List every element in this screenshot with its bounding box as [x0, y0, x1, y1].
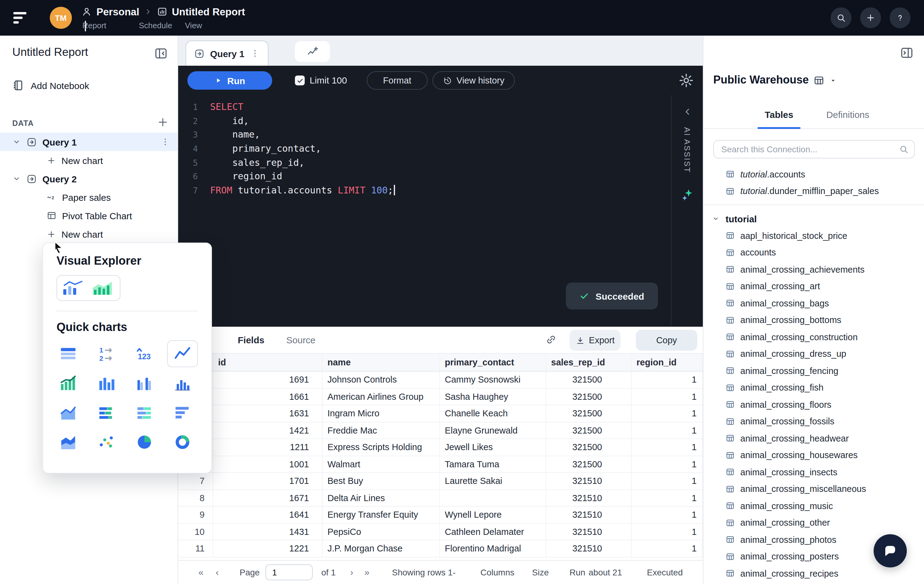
view-history-button[interactable]: View history: [432, 71, 515, 90]
share-link-icon[interactable]: [546, 334, 557, 345]
table-list-item[interactable]: animal_crossing_construction: [703, 329, 924, 345]
table-list-item[interactable]: animal_crossing_housewares: [703, 447, 924, 464]
menu-schedule[interactable]: Schedule: [139, 21, 172, 30]
chevron-down-icon[interactable]: [12, 138, 21, 146]
size-button[interactable]: Size: [532, 568, 549, 577]
table-row[interactable]: 111221J.P. Morgan ChaseFlorentino Madrig…: [178, 540, 703, 557]
breadcrumb-title[interactable]: Untitled Report: [172, 6, 245, 18]
tab-tables[interactable]: Tables: [757, 109, 800, 120]
tab-definitions[interactable]: Definitions: [814, 109, 882, 120]
first-page-button[interactable]: «: [198, 567, 204, 577]
quick-chart-area[interactable]: [53, 399, 84, 426]
tree-item[interactable]: 2Paper sales: [0, 188, 178, 206]
editor-settings-gear-icon[interactable]: [678, 72, 694, 89]
table-list-item[interactable]: accounts: [703, 244, 924, 261]
chat-widget-button[interactable]: [874, 534, 907, 568]
column-header-name[interactable]: name: [323, 354, 440, 371]
table-row[interactable]: 51211Express Scripts HoldingJewell Likes…: [178, 439, 703, 456]
table-list-item[interactable]: animal_crossing_music: [703, 497, 924, 514]
tab-fields[interactable]: Fields: [238, 335, 264, 345]
table-row[interactable]: 91641Energy Transfer EquityWynell Lepore…: [178, 507, 703, 523]
quick-chart-pie[interactable]: [129, 429, 160, 456]
search-button[interactable]: [831, 7, 851, 28]
run-button[interactable]: Run: [187, 71, 272, 90]
menu-view[interactable]: View: [185, 21, 202, 30]
next-page-button[interactable]: ›: [350, 567, 353, 577]
create-button[interactable]: [860, 7, 881, 28]
quick-chart-scatter[interactable]: [91, 429, 122, 456]
schema-group-tutorial[interactable]: tutorial: [703, 210, 924, 227]
column-header-id[interactable]: id: [213, 354, 323, 371]
tree-item[interactable]: Query 2: [0, 169, 178, 188]
table-row[interactable]: 11691Johnson ControlsCammy Sosnowski3215…: [178, 372, 703, 388]
visual-explorer-button[interactable]: [56, 275, 120, 301]
table-row[interactable]: 31631Ingram MicroChanelle Keach3215001: [178, 405, 703, 422]
tree-item[interactable]: Pivot Table Chart: [0, 206, 178, 225]
tab-source[interactable]: Source: [286, 335, 315, 345]
prev-page-button[interactable]: ‹: [216, 567, 219, 577]
quick-chart-stackedarea[interactable]: [53, 429, 84, 456]
table-row[interactable]: 81671Delta Air Lines3215101: [178, 490, 703, 507]
pinned-table-item[interactable]: tutorial.accounts: [703, 166, 924, 183]
limit-checkbox[interactable]: [295, 76, 305, 86]
table-row[interactable]: 71701Best BuyLaurette Sakai3215101: [178, 473, 703, 490]
table-list-item[interactable]: animal_crossing_bags: [703, 295, 924, 312]
table-list-item[interactable]: animal_crossing_fish: [703, 379, 924, 396]
table-row[interactable]: 101431PepsiCoCathleen Delamater3215101: [178, 523, 703, 540]
format-button[interactable]: Format: [367, 71, 427, 90]
table-list-item[interactable]: animal_crossing_miscellaneous: [703, 480, 924, 497]
tab-kebab-icon[interactable]: [250, 49, 260, 58]
table-row[interactable]: 61001WalmartTamara Tuma3215001: [178, 456, 703, 473]
tree-item[interactable]: Query 1: [0, 133, 178, 151]
pinned-table-item[interactable]: tutorial.dunder_mifflin_paper_sales: [703, 183, 924, 199]
table-list-item[interactable]: animal_crossing_bottoms: [703, 312, 924, 329]
tab-query-1[interactable]: Query 1: [186, 41, 269, 66]
quick-chart-stackedbar2[interactable]: [129, 399, 160, 426]
last-page-button[interactable]: »: [364, 567, 370, 577]
column-header-region_id[interactable]: region_id: [632, 354, 703, 371]
add-notebook-button[interactable]: Add Notebook: [12, 79, 89, 92]
quick-chart-line[interactable]: [167, 340, 198, 367]
table-list-item[interactable]: animal_crossing_other: [703, 514, 924, 531]
column-header-sales_rep_id[interactable]: sales_rep_id: [546, 354, 632, 371]
quick-chart-column[interactable]: [91, 370, 122, 397]
quick-chart-histogram[interactable]: [167, 370, 198, 397]
quick-chart-donut[interactable]: [167, 429, 198, 456]
table-list-item[interactable]: animal_crossing_art: [703, 278, 924, 295]
table-row[interactable]: 21661American Airlines GroupSasha Haughe…: [178, 388, 703, 405]
kebab-menu-icon[interactable]: [160, 137, 170, 147]
quick-chart-table[interactable]: [53, 340, 84, 367]
collapse-panel-icon[interactable]: [900, 46, 914, 59]
column-header-primary_contact[interactable]: primary_contact: [440, 354, 546, 371]
table-list-item[interactable]: animal_crossing_dress_up: [703, 345, 924, 362]
table-row[interactable]: 41421Freddie MacElayne Grunewald3215001: [178, 422, 703, 439]
chevron-down-icon[interactable]: [12, 174, 21, 183]
table-list-item[interactable]: animal_crossing_fencing: [703, 362, 924, 379]
quick-chart-pivot[interactable]: 12: [91, 340, 122, 367]
table-list-item[interactable]: aapl_historical_stock_price: [703, 227, 924, 244]
new-chart-tab-button[interactable]: [295, 41, 330, 62]
quick-chart-bar[interactable]: [167, 399, 198, 426]
table-list-item[interactable]: animal_crossing_headwear: [703, 430, 924, 447]
collapse-sidebar-icon[interactable]: [154, 47, 168, 60]
table-list-item[interactable]: animal_crossing_insects: [703, 464, 924, 480]
table-list-item[interactable]: animal_crossing_achievements: [703, 261, 924, 278]
columns-button[interactable]: Columns: [480, 568, 515, 577]
help-button[interactable]: [889, 7, 911, 28]
export-button[interactable]: Export: [569, 330, 620, 350]
quick-chart-stackedbar[interactable]: [91, 399, 122, 426]
breadcrumb-workspace[interactable]: Personal: [96, 6, 139, 18]
page-input[interactable]: [266, 564, 313, 580]
ai-sparkle-icon[interactable]: [680, 188, 694, 201]
table-list-item[interactable]: animal_crossing_fossils: [703, 413, 924, 430]
add-data-button[interactable]: [157, 116, 169, 128]
quick-chart-grouped[interactable]: [129, 370, 160, 397]
connection-selector[interactable]: Public Warehouse: [713, 74, 837, 87]
quick-chart-combo[interactable]: [53, 370, 84, 397]
tree-item[interactable]: New chart: [0, 151, 178, 169]
chevron-left-icon[interactable]: [681, 106, 693, 117]
table-list-item[interactable]: animal_crossing_floors: [703, 396, 924, 413]
table-list-item[interactable]: animal_crossing_recipes: [703, 565, 924, 582]
quick-chart-number[interactable]: 123: [129, 340, 160, 367]
schema-search-input[interactable]: [713, 140, 915, 158]
